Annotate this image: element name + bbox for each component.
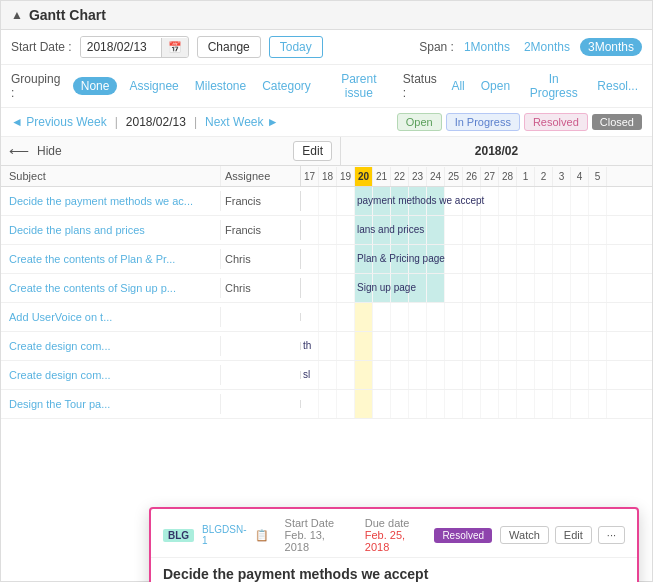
row-assignee: Francis [221,220,301,240]
group-none-button[interactable]: None [73,77,118,95]
date-header-20: 20 [355,167,373,186]
date-header-2: 2 [535,167,553,186]
legend-resolved: Resolved [524,113,588,131]
date-header-1: 1 [517,167,535,186]
date-header-28: 28 [499,167,517,186]
span-1month-button[interactable]: 1Months [460,38,514,56]
status-open-button[interactable]: Open [477,77,514,95]
col-subject-header: Subject [1,166,221,186]
date-header-3: 3 [553,167,571,186]
date-header-24: 24 [427,167,445,186]
row-subject[interactable]: Create design com... [1,365,221,385]
gantt-area: ⟵ Hide Edit 2018/02 Subject Assignee 171… [1,137,652,419]
status-inprogress-button[interactable]: In Progress [522,70,585,102]
week-nav-row: ◄ Previous Week | 2018/02/13 | Next Week… [1,108,652,137]
gantt-rows-container: Decide the payment methods we ac...Franc… [1,187,652,419]
row-gantt: payment methods we accept [301,187,652,215]
clipboard-icon[interactable]: 📋 [255,529,269,542]
main-container: ▲ Gantt Chart Start Date : 📅 Change Toda… [0,0,653,582]
toggle-icon[interactable]: ▲ [11,8,23,22]
date-header-17: 17 [301,167,319,186]
date-header-18: 18 [319,167,337,186]
gantt-bar-text: Sign up page [357,282,416,293]
month-header: 2018/02 [341,140,652,162]
popup-due-date: Due date Feb. 25, 2018 [365,517,427,553]
status-section: Status : All Open In Progress Resol... [403,70,642,102]
popup-edit-button[interactable]: Edit [555,526,592,544]
popup-more-button[interactable]: ··· [598,526,625,544]
popup-blg-badge: BLG [163,529,194,542]
row-gantt: th [301,332,652,360]
status-label: Status : [403,72,440,100]
date-header-4: 4 [571,167,589,186]
gantt-bar-text: payment methods we accept [357,195,484,206]
group-milestone-button[interactable]: Milestone [191,77,250,95]
table-row: Decide the plans and pricesFrancislans a… [1,216,652,245]
week-current-label: 2018/02/13 [126,115,186,129]
gantt-top-bar: ⟵ Hide Edit 2018/02 [1,137,652,166]
row-subject[interactable]: Add UserVoice on t... [1,307,221,327]
row-subject[interactable]: Create the contents of Sign up p... [1,278,221,298]
gantt-title: Gantt Chart [29,7,106,23]
row-assignee [221,342,301,350]
hide-label: Hide [37,144,62,158]
date-header-21: 21 [373,167,391,186]
date-header-19: 19 [337,167,355,186]
status-legend: Open In Progress Resolved Closed [397,113,642,131]
start-date-input[interactable] [81,37,161,57]
row-subject[interactable]: Decide the plans and prices [1,220,221,240]
row-gantt: Sign up page [301,274,652,302]
date-header-23: 23 [409,167,427,186]
status-resol-button[interactable]: Resol... [593,77,642,95]
gantt-header: ▲ Gantt Chart [1,1,652,30]
gantt-bar-text: lans and prices [357,224,424,235]
grouping-label: Grouping : [11,72,65,100]
date-header-27: 27 [481,167,499,186]
start-date-label: Start Date : [11,40,72,54]
group-category-button[interactable]: Category [258,77,315,95]
row-subject[interactable]: Decide the payment methods we ac... [1,191,221,211]
group-assignee-button[interactable]: Assignee [125,77,182,95]
next-week-button[interactable]: Next Week ► [205,115,279,129]
status-all-button[interactable]: All [447,77,468,95]
change-button[interactable]: Change [197,36,261,58]
prev-week-button[interactable]: ◄ Previous Week [11,115,107,129]
row-assignee [221,371,301,379]
table-row: Create the contents of Sign up p...Chris… [1,274,652,303]
popup-title: Decide the payment methods we accept [151,558,637,582]
gantt-bar-text: th [303,340,311,351]
legend-open: Open [397,113,442,131]
group-parent-button[interactable]: Parent issue [323,70,395,102]
popup-watch-button[interactable]: Watch [500,526,549,544]
span-section: Span : 1Months 2Months 3Months [419,38,642,56]
span-label: Span : [419,40,454,54]
today-button[interactable]: Today [269,36,323,58]
popup-header: BLG BLGDSN-1 📋 Start Date Feb. 13, 2018 … [151,509,637,558]
date-header-22: 22 [391,167,409,186]
table-row: Design the Tour pa... [1,390,652,419]
span-3month-button[interactable]: 3Months [580,38,642,56]
row-subject[interactable]: Create the contents of Plan & Pr... [1,249,221,269]
row-subject[interactable]: Design the Tour pa... [1,394,221,414]
popup-overlay: BLG BLGDSN-1 📋 Start Date Feb. 13, 2018 … [149,507,639,582]
row-assignee: Chris [221,278,301,298]
gantt-bar-text: sl [303,369,310,380]
span-2month-button[interactable]: 2Months [520,38,574,56]
popup-actions: Watch Edit ··· [500,526,625,544]
row-subject[interactable]: Create design com... [1,336,221,356]
row-gantt: lans and prices [301,216,652,244]
row-assignee: Francis [221,191,301,211]
popup-id-badge[interactable]: BLGDSN-1 [202,524,246,546]
col-assignee-header: Assignee [221,166,301,186]
table-row: Create design com...th [1,332,652,361]
edit-button[interactable]: Edit [293,141,332,161]
table-row: Create design com...sl [1,361,652,390]
legend-closed: Closed [592,114,642,130]
table-row: Create the contents of Plan & Pr...Chris… [1,245,652,274]
legend-inprogress: In Progress [446,113,520,131]
gantt-cols-header: Subject Assignee 17181920212223242526272… [1,166,652,187]
hide-icon: ⟵ [9,143,29,159]
table-row: Decide the payment methods we ac...Franc… [1,187,652,216]
calendar-button[interactable]: 📅 [161,38,188,57]
gantt-left-header: ⟵ Hide Edit [1,137,341,165]
